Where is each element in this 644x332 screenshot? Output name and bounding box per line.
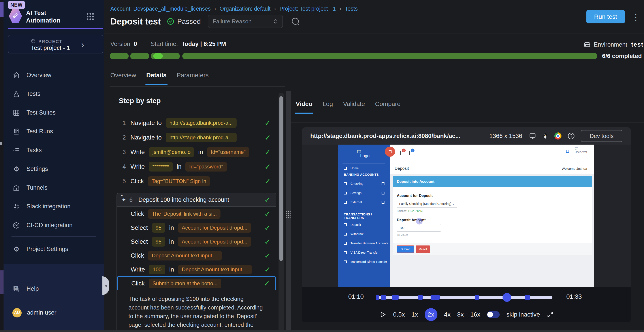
speed-8x[interactable]: 8x [457, 311, 464, 318]
sidebar-item-test-runs[interactable]: Test Runs [4, 122, 104, 141]
breadcrumb-link[interactable]: Organization: default [220, 6, 270, 12]
step-action: Write [130, 163, 145, 170]
step-row[interactable]: 3 Write jsmith@demo.io in Id="username" … [110, 145, 277, 160]
speed-2x-active[interactable]: 2x [425, 308, 438, 321]
play-icon[interactable] [379, 311, 386, 318]
checkbox-icon[interactable] [382, 192, 384, 194]
step-action: Write [131, 266, 145, 273]
video-stage[interactable]: Logo Home BANKING ACCOUNTS Checking [302, 144, 631, 287]
skip-inactive-toggle[interactable] [487, 311, 500, 318]
environment-row: Environment test [584, 41, 644, 48]
step-row[interactable]: 4 Write ******** in Id="password" ✓ [110, 160, 277, 174]
bank-reset-button[interactable]: Reset [416, 246, 430, 253]
project-selector[interactable]: PROJECT Test project - 1 › [8, 35, 103, 54]
tab-log[interactable]: Log [323, 100, 333, 114]
panel-splitter[interactable] [286, 92, 291, 332]
tab-overview[interactable]: Overview [110, 72, 136, 85]
deposit-amount-input[interactable]: 100 [397, 224, 441, 232]
info-icon[interactable] [567, 132, 575, 140]
sidebar-item-tunnels[interactable]: Tunnels [4, 178, 104, 197]
bank-transaction-item[interactable]: Transfer Between Accounts [338, 238, 390, 248]
sidebar-item-tests[interactable]: Tests [4, 84, 104, 103]
account-for-deposit-label: Account for Deposit [397, 194, 432, 198]
step-row[interactable]: 5 Click Tag="BUTTON" Sign in ✓ [110, 174, 277, 188]
speed-1x[interactable]: 1x [412, 311, 418, 318]
timeline-marker [430, 295, 440, 300]
broken-icon [344, 233, 347, 236]
step-row[interactable]: 2 Navigate to http://stage.dbank.prod-a.… [110, 130, 277, 145]
app-logo-icon[interactable] [9, 9, 22, 24]
checkbox-icon[interactable] [382, 182, 384, 185]
fullscreen-icon[interactable] [547, 311, 554, 318]
substep-row[interactable]: Select 95 in Account for Deposit dropd..… [117, 221, 276, 235]
video-url-bar: http://stage.dbank.prod-apps.relicx.ai:8… [302, 127, 631, 144]
tab-details[interactable]: Details [146, 72, 167, 85]
bank-account-item[interactable]: Checking [338, 179, 390, 188]
bank-transaction-item[interactable]: Mastercard Direct Transfer [338, 257, 390, 266]
comment-icon[interactable] [291, 17, 300, 26]
bank-transaction-item[interactable]: Withdraw [338, 229, 390, 238]
bank-transaction-item[interactable]: Deposit [338, 220, 390, 229]
speed-0.5x[interactable]: 0.5x [393, 311, 405, 318]
step-row[interactable]: 1 Navigate to http://stage.dbank.prod-a.… [110, 116, 277, 130]
avatar-alt-text: User Avat [575, 150, 587, 154]
flask-icon [12, 90, 20, 98]
sidebar-item-help[interactable]: ? Help [4, 280, 104, 298]
bank-accounts-list: Checking Savings External [338, 179, 390, 207]
breadcrumb-link[interactable]: Project: Test project - 1 [280, 6, 336, 12]
sidebar-item-test-suites[interactable]: Test Suites [4, 103, 104, 122]
run-test-button[interactable]: Run test [586, 10, 625, 24]
help-chat-icon: ? [12, 285, 20, 293]
step-group-header[interactable]: ✦✦ 6 Deposit 100 into checking account ✓ [117, 193, 276, 207]
bank-transaction-item[interactable]: VISA Direct Transfer [338, 248, 390, 257]
devtools-button[interactable]: Dev tools [581, 130, 622, 142]
bank-user-avatar-broken[interactable]: User Avat [575, 147, 587, 154]
sidebar-user[interactable]: AU admin user [4, 303, 104, 322]
tab-compare[interactable]: Compare [375, 100, 400, 114]
timeline-thumb[interactable] [502, 293, 511, 302]
progress-completed-text: 6/6 completed [602, 53, 644, 60]
bank-message-icon[interactable]: 0 [409, 151, 410, 155]
bank-nav-home[interactable]: Home [338, 164, 390, 173]
account-select[interactable]: Family Checking (Standard Checking) ⌄ [397, 200, 457, 208]
bank-submit-button[interactable]: Submit [397, 246, 414, 253]
kebab-menu-icon[interactable]: ⋮ [632, 10, 640, 24]
toggle-knob [487, 312, 493, 318]
bank-account-item[interactable]: External [338, 198, 390, 207]
bank-notification-icon[interactable]: 0 [400, 151, 401, 155]
grid-table-icon [12, 109, 20, 117]
substep-row[interactable]: Click The 'Deposit' link with a si... ✓ [117, 207, 276, 221]
sidebar-item-project-settings[interactable]: ⚙ Project Settings [4, 240, 104, 258]
speed-4x[interactable]: 4x [444, 311, 451, 318]
sidebar-item-slack-integration[interactable]: Slack integration [4, 197, 104, 216]
columns-icon [12, 128, 20, 136]
sidebar-item-cicd-integration[interactable]: CI-CD integration [4, 216, 104, 235]
horizontal-scrollbar[interactable] [0, 330, 644, 332]
sidebar-item-settings[interactable]: ⚙ Settings [4, 160, 104, 178]
checkbox-icon[interactable] [382, 201, 384, 204]
sidebar-item-overview[interactable]: Overview [4, 66, 104, 84]
breadcrumb-link[interactable]: Account: Devspace_all_module_licenses [110, 6, 210, 12]
bank-menu-button[interactable] [385, 146, 395, 157]
breadcrumb-link[interactable]: Tests [345, 6, 358, 12]
sidebar-item-tasks[interactable]: Tasks [4, 141, 104, 160]
substep-row[interactable]: Click Deposit Amount text input ... ✓ [117, 248, 276, 262]
speed-16x[interactable]: 16x [470, 311, 480, 318]
bank-panel-header: Deposit into Account [393, 176, 592, 187]
bank-account-item[interactable]: Savings [338, 188, 390, 198]
failure-reason-select[interactable]: Failure Reason [208, 15, 283, 28]
tab-parameters[interactable]: Parameters [177, 72, 209, 85]
substep-row[interactable]: Write 100 in Deposit Amount text input .… [117, 262, 276, 276]
substep-row[interactable]: Select 95 in Account for Deposit dropd..… [117, 235, 276, 248]
bank-page-title: Deposit [394, 166, 409, 171]
step-number: 6 [129, 196, 133, 203]
tab-video[interactable]: Video [296, 100, 312, 114]
timeline-track[interactable] [376, 296, 552, 299]
broken-icon [344, 260, 347, 263]
app-switcher-icon[interactable] [86, 12, 95, 21]
step-panel-scrollbar-thumb[interactable] [280, 96, 283, 261]
substep-row-selected[interactable]: Click Submit button at the botto... ✓ [117, 276, 276, 290]
sidebar-divider [12, 263, 96, 263]
sidebar-divider [12, 236, 96, 237]
tab-validate[interactable]: Validate [343, 100, 365, 114]
